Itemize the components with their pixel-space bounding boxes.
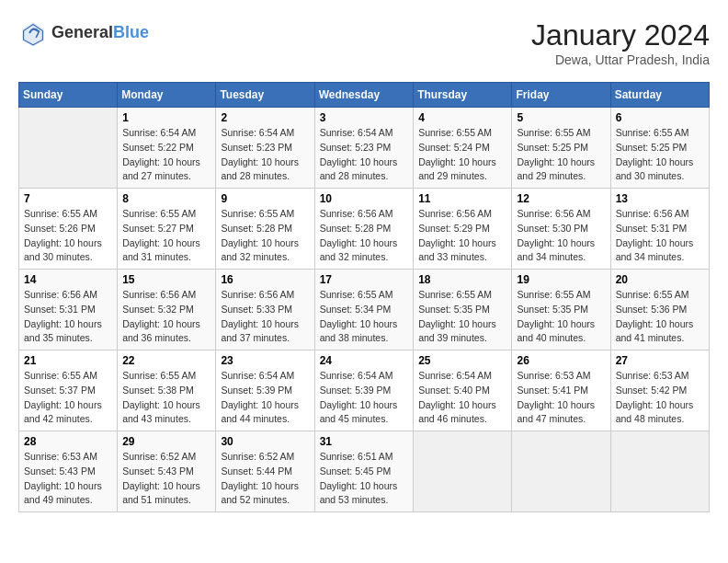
day-detail: Sunrise: 6:51 AMSunset: 5:45 PMDaylight:…	[320, 450, 409, 508]
day-number: 19	[517, 273, 605, 286]
calendar-cell: 23Sunrise: 6:54 AMSunset: 5:39 PMDayligh…	[216, 350, 314, 431]
calendar-cell: 14Sunrise: 6:56 AMSunset: 5:31 PMDayligh…	[19, 270, 118, 350]
day-detail: Sunrise: 6:54 AMSunset: 5:23 PMDaylight:…	[221, 126, 309, 184]
calendar-cell: 15Sunrise: 6:56 AMSunset: 5:32 PMDayligh…	[118, 270, 216, 350]
day-number: 3	[320, 111, 409, 124]
day-number: 21	[24, 354, 112, 367]
calendar-cell: 9Sunrise: 6:55 AMSunset: 5:28 PMDaylight…	[216, 189, 314, 270]
day-detail: Sunrise: 6:55 AMSunset: 5:36 PMDaylight:…	[616, 288, 704, 346]
day-detail: Sunrise: 6:55 AMSunset: 5:38 PMDaylight:…	[122, 369, 210, 427]
header-saturday: Saturday	[610, 83, 709, 108]
day-number: 16	[221, 273, 309, 286]
calendar-body: 1Sunrise: 6:54 AMSunset: 5:22 PMDaylight…	[19, 108, 710, 512]
day-number: 1	[122, 111, 210, 124]
day-number: 23	[221, 354, 309, 367]
day-detail: Sunrise: 6:55 AMSunset: 5:28 PMDaylight:…	[221, 207, 309, 265]
day-detail: Sunrise: 6:55 AMSunset: 5:26 PMDaylight:…	[24, 207, 112, 265]
calendar-table: SundayMondayTuesdayWednesdayThursdayFrid…	[18, 82, 710, 512]
logo: GeneralBlue	[18, 18, 149, 48]
day-detail: Sunrise: 6:56 AMSunset: 5:32 PMDaylight:…	[122, 288, 210, 346]
day-detail: Sunrise: 6:53 AMSunset: 5:43 PMDaylight:…	[24, 450, 112, 508]
week-row-3: 14Sunrise: 6:56 AMSunset: 5:31 PMDayligh…	[19, 270, 710, 350]
location: Dewa, Uttar Pradesh, India	[531, 52, 710, 67]
month-title: January 2024	[531, 18, 710, 52]
day-number: 12	[517, 192, 605, 205]
calendar-cell: 19Sunrise: 6:55 AMSunset: 5:35 PMDayligh…	[512, 270, 610, 350]
calendar-cell: 4Sunrise: 6:55 AMSunset: 5:24 PMDaylight…	[414, 108, 512, 189]
header-thursday: Thursday	[414, 83, 512, 108]
day-detail: Sunrise: 6:55 AMSunset: 5:34 PMDaylight:…	[320, 288, 409, 346]
calendar-header-row: SundayMondayTuesdayWednesdayThursdayFrid…	[19, 83, 710, 108]
day-number: 11	[418, 192, 506, 205]
week-row-1: 1Sunrise: 6:54 AMSunset: 5:22 PMDaylight…	[19, 108, 710, 189]
calendar-cell: 11Sunrise: 6:56 AMSunset: 5:29 PMDayligh…	[414, 189, 512, 270]
day-number: 5	[517, 111, 605, 124]
header-tuesday: Tuesday	[216, 83, 314, 108]
header-friday: Friday	[512, 83, 610, 108]
day-detail: Sunrise: 6:56 AMSunset: 5:31 PMDaylight:…	[24, 288, 112, 346]
calendar-cell: 24Sunrise: 6:54 AMSunset: 5:39 PMDayligh…	[314, 350, 414, 431]
day-number: 4	[418, 111, 506, 124]
day-number: 22	[122, 354, 210, 367]
calendar-cell: 27Sunrise: 6:53 AMSunset: 5:42 PMDayligh…	[610, 350, 709, 431]
week-row-2: 7Sunrise: 6:55 AMSunset: 5:26 PMDaylight…	[19, 189, 710, 270]
calendar-cell: 13Sunrise: 6:56 AMSunset: 5:31 PMDayligh…	[610, 189, 709, 270]
day-detail: Sunrise: 6:56 AMSunset: 5:31 PMDaylight:…	[616, 207, 704, 265]
calendar-cell: 12Sunrise: 6:56 AMSunset: 5:30 PMDayligh…	[512, 189, 610, 270]
day-number: 18	[418, 273, 506, 286]
day-number: 15	[122, 273, 210, 286]
day-detail: Sunrise: 6:52 AMSunset: 5:44 PMDaylight:…	[221, 450, 309, 508]
day-number: 14	[24, 273, 112, 286]
calendar-cell: 22Sunrise: 6:55 AMSunset: 5:38 PMDayligh…	[118, 350, 216, 431]
day-detail: Sunrise: 6:54 AMSunset: 5:23 PMDaylight:…	[320, 126, 409, 184]
calendar-cell: 28Sunrise: 6:53 AMSunset: 5:43 PMDayligh…	[19, 431, 118, 512]
svg-marker-0	[22, 22, 44, 46]
day-detail: Sunrise: 6:54 AMSunset: 5:39 PMDaylight:…	[320, 369, 409, 427]
title-block: January 2024 Dewa, Uttar Pradesh, India	[531, 18, 710, 67]
calendar-cell: 25Sunrise: 6:54 AMSunset: 5:40 PMDayligh…	[414, 350, 512, 431]
day-number: 28	[24, 435, 112, 448]
calendar-cell: 26Sunrise: 6:53 AMSunset: 5:41 PMDayligh…	[512, 350, 610, 431]
day-detail: Sunrise: 6:55 AMSunset: 5:37 PMDaylight:…	[24, 369, 112, 427]
day-number: 10	[320, 192, 409, 205]
day-number: 2	[221, 111, 309, 124]
day-detail: Sunrise: 6:55 AMSunset: 5:24 PMDaylight:…	[418, 126, 506, 184]
header-wednesday: Wednesday	[314, 83, 414, 108]
calendar-cell: 8Sunrise: 6:55 AMSunset: 5:27 PMDaylight…	[118, 189, 216, 270]
day-number: 17	[320, 273, 409, 286]
calendar-cell: 2Sunrise: 6:54 AMSunset: 5:23 PMDaylight…	[216, 108, 314, 189]
day-detail: Sunrise: 6:56 AMSunset: 5:30 PMDaylight:…	[517, 207, 605, 265]
calendar-cell	[19, 108, 118, 189]
calendar-cell: 6Sunrise: 6:55 AMSunset: 5:25 PMDaylight…	[610, 108, 709, 189]
week-row-4: 21Sunrise: 6:55 AMSunset: 5:37 PMDayligh…	[19, 350, 710, 431]
calendar-cell	[414, 431, 512, 512]
day-detail: Sunrise: 6:53 AMSunset: 5:41 PMDaylight:…	[517, 369, 605, 427]
day-number: 7	[24, 192, 112, 205]
day-detail: Sunrise: 6:56 AMSunset: 5:28 PMDaylight:…	[320, 207, 409, 265]
day-detail: Sunrise: 6:55 AMSunset: 5:27 PMDaylight:…	[122, 207, 210, 265]
header-monday: Monday	[118, 83, 216, 108]
calendar-cell: 3Sunrise: 6:54 AMSunset: 5:23 PMDaylight…	[314, 108, 414, 189]
calendar-cell: 20Sunrise: 6:55 AMSunset: 5:36 PMDayligh…	[610, 270, 709, 350]
calendar-cell: 7Sunrise: 6:55 AMSunset: 5:26 PMDaylight…	[19, 189, 118, 270]
calendar-cell: 31Sunrise: 6:51 AMSunset: 5:45 PMDayligh…	[314, 431, 414, 512]
calendar-cell: 18Sunrise: 6:55 AMSunset: 5:35 PMDayligh…	[414, 270, 512, 350]
logo-icon	[18, 18, 48, 48]
calendar-cell	[610, 431, 709, 512]
calendar-cell: 1Sunrise: 6:54 AMSunset: 5:22 PMDaylight…	[118, 108, 216, 189]
day-number: 31	[320, 435, 409, 448]
day-detail: Sunrise: 6:56 AMSunset: 5:33 PMDaylight:…	[221, 288, 309, 346]
page-header: GeneralBlue January 2024 Dewa, Uttar Pra…	[18, 18, 710, 67]
day-detail: Sunrise: 6:56 AMSunset: 5:29 PMDaylight:…	[418, 207, 506, 265]
day-number: 13	[616, 192, 704, 205]
logo-text: GeneralBlue	[51, 24, 149, 42]
day-detail: Sunrise: 6:52 AMSunset: 5:43 PMDaylight:…	[122, 450, 210, 508]
day-detail: Sunrise: 6:54 AMSunset: 5:40 PMDaylight:…	[418, 369, 506, 427]
day-detail: Sunrise: 6:55 AMSunset: 5:35 PMDaylight:…	[517, 288, 605, 346]
day-number: 9	[221, 192, 309, 205]
day-detail: Sunrise: 6:54 AMSunset: 5:22 PMDaylight:…	[122, 126, 210, 184]
calendar-cell: 10Sunrise: 6:56 AMSunset: 5:28 PMDayligh…	[314, 189, 414, 270]
header-sunday: Sunday	[19, 83, 118, 108]
calendar-cell: 5Sunrise: 6:55 AMSunset: 5:25 PMDaylight…	[512, 108, 610, 189]
day-detail: Sunrise: 6:53 AMSunset: 5:42 PMDaylight:…	[616, 369, 704, 427]
